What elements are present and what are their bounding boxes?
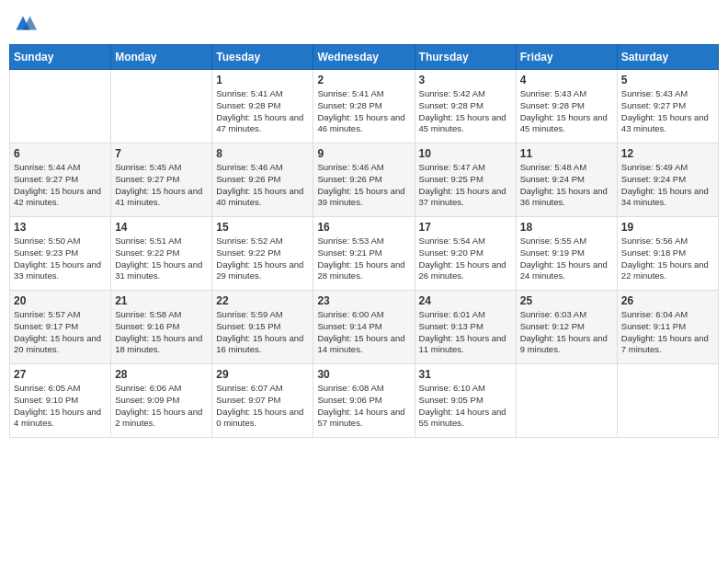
day-info: Sunrise: 5:57 AM Sunset: 9:17 PM Dayligh…: [14, 309, 107, 356]
day-number: 23: [317, 294, 410, 307]
weekday-header-saturday: Saturday: [617, 45, 718, 70]
calendar-cell: 25Sunrise: 6:03 AM Sunset: 9:12 PM Dayli…: [516, 291, 617, 364]
day-number: 11: [520, 147, 613, 160]
day-info: Sunrise: 5:49 AM Sunset: 9:24 PM Dayligh…: [621, 162, 714, 209]
day-number: 17: [419, 221, 512, 234]
day-info: Sunrise: 5:46 AM Sunset: 9:26 PM Dayligh…: [216, 162, 309, 209]
calendar-cell: 19Sunrise: 5:56 AM Sunset: 9:18 PM Dayli…: [617, 217, 718, 291]
day-number: 14: [115, 221, 208, 234]
day-number: 16: [317, 221, 410, 234]
day-info: Sunrise: 5:41 AM Sunset: 9:28 PM Dayligh…: [216, 88, 309, 135]
day-number: 8: [216, 147, 309, 160]
calendar-cell: 15Sunrise: 5:52 AM Sunset: 9:22 PM Dayli…: [212, 217, 313, 291]
day-number: 29: [216, 368, 309, 381]
weekday-header-tuesday: Tuesday: [212, 45, 313, 70]
week-row-2: 6Sunrise: 5:44 AM Sunset: 9:27 PM Daylig…: [10, 144, 719, 217]
calendar-cell: [617, 364, 718, 438]
logo: [9, 9, 40, 37]
calendar-cell: [111, 70, 212, 144]
calendar-cell: 24Sunrise: 6:01 AM Sunset: 9:13 PM Dayli…: [415, 291, 516, 364]
calendar-cell: [516, 364, 617, 438]
day-info: Sunrise: 5:52 AM Sunset: 9:22 PM Dayligh…: [216, 236, 309, 282]
day-number: 1: [216, 74, 309, 86]
calendar-cell: 12Sunrise: 5:49 AM Sunset: 9:24 PM Dayli…: [617, 144, 718, 217]
calendar-cell: 28Sunrise: 6:06 AM Sunset: 9:09 PM Dayli…: [111, 364, 212, 438]
calendar-cell: 30Sunrise: 6:08 AM Sunset: 9:06 PM Dayli…: [313, 364, 415, 438]
calendar-cell: 2Sunrise: 5:41 AM Sunset: 9:28 PM Daylig…: [313, 70, 415, 144]
day-info: Sunrise: 6:00 AM Sunset: 9:14 PM Dayligh…: [317, 309, 410, 356]
calendar-cell: 13Sunrise: 5:50 AM Sunset: 9:23 PM Dayli…: [10, 217, 111, 291]
week-row-5: 27Sunrise: 6:05 AM Sunset: 9:10 PM Dayli…: [10, 364, 719, 438]
day-info: Sunrise: 5:47 AM Sunset: 9:25 PM Dayligh…: [419, 162, 512, 209]
day-info: Sunrise: 6:04 AM Sunset: 9:11 PM Dayligh…: [621, 309, 714, 356]
day-info: Sunrise: 6:01 AM Sunset: 9:13 PM Dayligh…: [419, 309, 512, 356]
week-row-1: 1Sunrise: 5:41 AM Sunset: 9:28 PM Daylig…: [10, 70, 719, 144]
day-info: Sunrise: 5:42 AM Sunset: 9:28 PM Dayligh…: [419, 88, 512, 135]
day-number: 30: [317, 368, 410, 381]
day-info: Sunrise: 5:43 AM Sunset: 9:27 PM Dayligh…: [621, 88, 714, 135]
day-number: 18: [520, 221, 613, 234]
day-number: 13: [14, 221, 107, 234]
day-number: 27: [14, 368, 107, 381]
day-number: 4: [520, 74, 613, 86]
weekday-header-row: SundayMondayTuesdayWednesdayThursdayFrid…: [10, 45, 719, 70]
day-info: Sunrise: 6:08 AM Sunset: 9:06 PM Dayligh…: [317, 383, 410, 430]
day-info: Sunrise: 5:58 AM Sunset: 9:16 PM Dayligh…: [115, 309, 208, 356]
calendar-cell: 5Sunrise: 5:43 AM Sunset: 9:27 PM Daylig…: [617, 70, 718, 144]
day-number: 6: [14, 147, 107, 160]
calendar-cell: 21Sunrise: 5:58 AM Sunset: 9:16 PM Dayli…: [111, 291, 212, 364]
calendar-cell: 1Sunrise: 5:41 AM Sunset: 9:28 PM Daylig…: [212, 70, 313, 144]
calendar-cell: 29Sunrise: 6:07 AM Sunset: 9:07 PM Dayli…: [212, 364, 313, 438]
day-info: Sunrise: 5:59 AM Sunset: 9:15 PM Dayligh…: [216, 309, 309, 356]
day-number: 21: [115, 294, 208, 307]
day-info: Sunrise: 5:51 AM Sunset: 9:22 PM Dayligh…: [115, 236, 208, 282]
day-number: 10: [419, 147, 512, 160]
day-info: Sunrise: 6:05 AM Sunset: 9:10 PM Dayligh…: [14, 383, 107, 430]
day-info: Sunrise: 6:10 AM Sunset: 9:05 PM Dayligh…: [419, 383, 512, 430]
calendar-cell: 16Sunrise: 5:53 AM Sunset: 9:21 PM Dayli…: [313, 217, 415, 291]
calendar-cell: 23Sunrise: 6:00 AM Sunset: 9:14 PM Dayli…: [313, 291, 415, 364]
day-info: Sunrise: 5:55 AM Sunset: 9:19 PM Dayligh…: [520, 236, 613, 282]
day-number: 3: [419, 74, 512, 86]
weekday-header-wednesday: Wednesday: [313, 45, 415, 70]
calendar-cell: 18Sunrise: 5:55 AM Sunset: 9:19 PM Dayli…: [516, 217, 617, 291]
day-info: Sunrise: 6:03 AM Sunset: 9:12 PM Dayligh…: [520, 309, 613, 356]
day-number: 22: [216, 294, 309, 307]
calendar-table: SundayMondayTuesdayWednesdayThursdayFrid…: [9, 44, 719, 438]
calendar-cell: 27Sunrise: 6:05 AM Sunset: 9:10 PM Dayli…: [10, 364, 111, 438]
calendar-cell: 14Sunrise: 5:51 AM Sunset: 9:22 PM Dayli…: [111, 217, 212, 291]
day-number: 20: [14, 294, 107, 307]
calendar-cell: 9Sunrise: 5:46 AM Sunset: 9:26 PM Daylig…: [313, 144, 415, 217]
day-info: Sunrise: 5:56 AM Sunset: 9:18 PM Dayligh…: [621, 236, 714, 282]
weekday-header-monday: Monday: [111, 45, 212, 70]
weekday-header-sunday: Sunday: [10, 45, 111, 70]
week-row-3: 13Sunrise: 5:50 AM Sunset: 9:23 PM Dayli…: [10, 217, 719, 291]
calendar-cell: 6Sunrise: 5:44 AM Sunset: 9:27 PM Daylig…: [10, 144, 111, 217]
weekday-header-thursday: Thursday: [415, 45, 516, 70]
page-header: [9, 9, 719, 37]
calendar-cell: 26Sunrise: 6:04 AM Sunset: 9:11 PM Dayli…: [617, 291, 718, 364]
weekday-header-friday: Friday: [516, 45, 617, 70]
day-info: Sunrise: 5:48 AM Sunset: 9:24 PM Dayligh…: [520, 162, 613, 209]
calendar-cell: 31Sunrise: 6:10 AM Sunset: 9:05 PM Dayli…: [415, 364, 516, 438]
week-row-4: 20Sunrise: 5:57 AM Sunset: 9:17 PM Dayli…: [10, 291, 719, 364]
calendar-cell: 17Sunrise: 5:54 AM Sunset: 9:20 PM Dayli…: [415, 217, 516, 291]
day-info: Sunrise: 5:44 AM Sunset: 9:27 PM Dayligh…: [14, 162, 107, 209]
day-number: 24: [419, 294, 512, 307]
day-info: Sunrise: 5:50 AM Sunset: 9:23 PM Dayligh…: [14, 236, 107, 282]
day-info: Sunrise: 5:43 AM Sunset: 9:28 PM Dayligh…: [520, 88, 613, 135]
day-info: Sunrise: 5:54 AM Sunset: 9:20 PM Dayligh…: [419, 236, 512, 282]
day-info: Sunrise: 5:41 AM Sunset: 9:28 PM Dayligh…: [317, 88, 410, 135]
calendar-cell: 4Sunrise: 5:43 AM Sunset: 9:28 PM Daylig…: [516, 70, 617, 144]
calendar-cell: 11Sunrise: 5:48 AM Sunset: 9:24 PM Dayli…: [516, 144, 617, 217]
day-number: 9: [317, 147, 410, 160]
day-info: Sunrise: 5:45 AM Sunset: 9:27 PM Dayligh…: [115, 162, 208, 209]
day-info: Sunrise: 5:46 AM Sunset: 9:26 PM Dayligh…: [317, 162, 410, 209]
day-info: Sunrise: 6:06 AM Sunset: 9:09 PM Dayligh…: [115, 383, 208, 430]
day-number: 2: [317, 74, 410, 86]
day-number: 5: [621, 74, 714, 86]
day-number: 12: [621, 147, 714, 160]
day-number: 25: [520, 294, 613, 307]
calendar-cell: 20Sunrise: 5:57 AM Sunset: 9:17 PM Dayli…: [10, 291, 111, 364]
day-number: 7: [115, 147, 208, 160]
